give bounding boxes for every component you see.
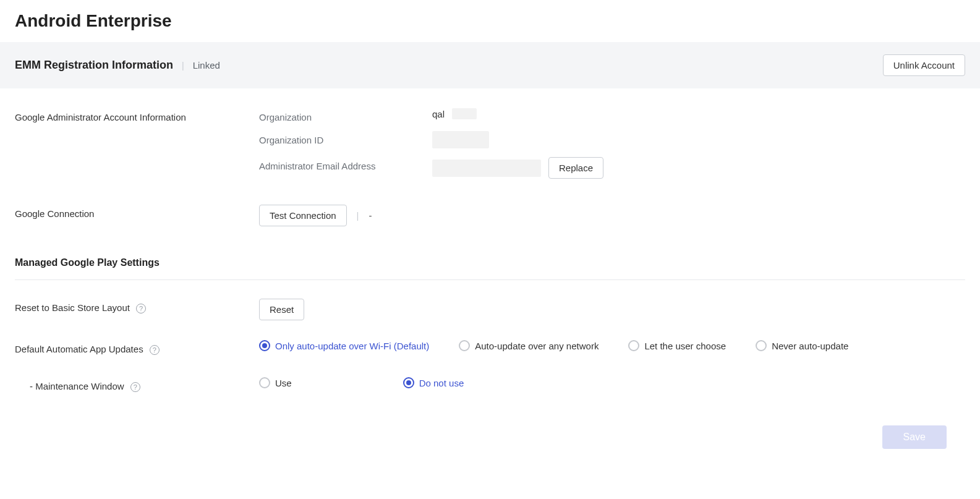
admin-email-label: Administrator Email Address [259,157,432,171]
help-icon[interactable]: ? [130,382,140,392]
page-title: Android Enterprise [0,0,980,42]
radio-label: Never auto-update [772,341,848,351]
help-icon[interactable]: ? [136,304,146,313]
radio-label: Let the user choose [644,341,726,351]
radio-icon [756,340,767,351]
radio-label: Auto-update over any network [475,341,599,351]
separator: | [357,210,359,221]
radio-auto-update-wifi[interactable]: Only auto-update over Wi-Fi (Default) [259,340,429,351]
organization-label: Organization [259,108,432,122]
managed-play-heading: Managed Google Play Settings [15,252,965,279]
google-connection-label: Google Connection [15,205,259,219]
radio-label: Do not use [419,378,464,388]
radio-maintenance-not-use[interactable]: Do not use [403,377,464,388]
radio-icon [259,340,270,351]
radio-icon [403,377,414,388]
emm-registration-heading: EMM Registration Information [15,59,173,72]
admin-email-value-redacted [432,160,541,177]
separator: | [182,61,184,70]
organization-id-value-redacted [432,131,489,148]
radio-maintenance-use[interactable]: Use [259,377,292,388]
radio-label: Use [275,378,292,388]
radio-label: Only auto-update over Wi-Fi (Default) [275,341,429,351]
connection-result: - [369,210,372,221]
organization-redacted [452,108,477,119]
radio-icon [459,340,470,351]
radio-auto-update-never[interactable]: Never auto-update [756,340,848,351]
reset-layout-label: Reset to Basic Store Layout [15,302,130,313]
auto-update-label: Default Automatic App Updates [15,344,143,354]
unlink-account-button[interactable]: Unlink Account [883,54,965,76]
radio-auto-update-user[interactable]: Let the user choose [628,340,726,351]
organization-value: qal [432,109,445,119]
help-icon[interactable]: ? [150,345,160,355]
admin-section-label: Google Administrator Account Information [15,108,259,122]
test-connection-button[interactable]: Test Connection [259,205,347,226]
reset-button[interactable]: Reset [259,299,304,320]
save-button[interactable]: Save [882,425,947,449]
maintenance-window-label: - Maintenance Window [30,381,124,391]
link-status: Linked [193,60,220,70]
replace-button[interactable]: Replace [548,157,603,179]
organization-id-label: Organization ID [259,131,432,145]
divider [15,279,965,280]
header-bar: EMM Registration Information | Linked Un… [0,42,980,88]
radio-auto-update-any[interactable]: Auto-update over any network [459,340,599,351]
radio-icon [259,377,270,388]
radio-icon [628,340,639,351]
